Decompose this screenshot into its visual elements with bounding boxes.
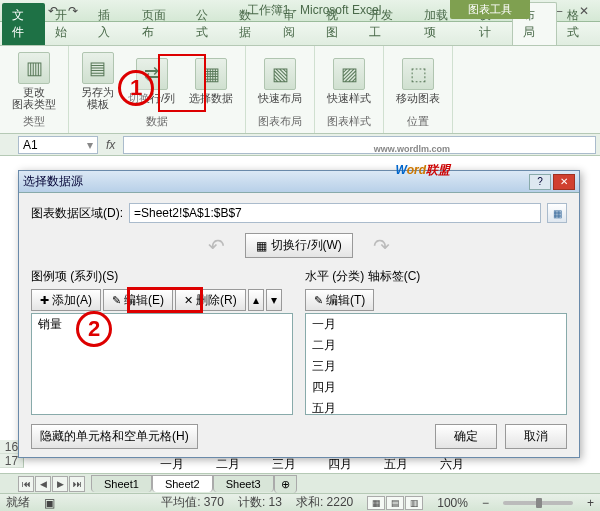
range-value: =Sheet2!$A$1:$B$7: [134, 206, 242, 220]
macro-icon[interactable]: ▣: [44, 496, 55, 510]
move-down-button[interactable]: ▾: [266, 289, 282, 311]
tab-view[interactable]: 视图: [316, 3, 359, 45]
status-count: 计数: 13: [238, 494, 282, 511]
status-average: 平均值: 370: [161, 494, 224, 511]
name-box[interactable]: A1▾: [18, 136, 98, 154]
dialog-title: 选择数据源: [23, 173, 83, 190]
normal-view-icon[interactable]: ▦: [367, 496, 385, 510]
quick-layout-button[interactable]: ▧快速布局: [254, 56, 306, 106]
last-sheet-icon[interactable]: ⏭: [69, 476, 85, 492]
categories-listbox[interactable]: 一月 二月 三月 四月 五月: [305, 313, 567, 415]
list-item[interactable]: 四月: [306, 377, 566, 398]
zoom-in-icon[interactable]: +: [587, 496, 594, 510]
cell[interactable]: 一月: [160, 456, 184, 473]
page-break-view-icon[interactable]: ▥: [405, 496, 423, 510]
tab-developer[interactable]: 开发工: [359, 3, 414, 45]
tab-format[interactable]: 格式: [557, 3, 600, 45]
cell[interactable]: 六月: [440, 456, 464, 473]
new-sheet-icon[interactable]: ⊕: [274, 475, 297, 493]
zoom-thumb[interactable]: [536, 498, 542, 508]
arrow-right-icon: ↷: [373, 234, 390, 258]
ribbon-tabs: 文件 开始 插入 页面布 公式 数据 审阅 视图 开发工 加载项 设计 布局 格…: [0, 22, 600, 46]
cancel-button[interactable]: 取消: [505, 424, 567, 449]
list-item[interactable]: 一月: [306, 314, 566, 335]
tab-file[interactable]: 文件: [2, 3, 45, 45]
add-icon: ✚: [40, 294, 49, 307]
tab-pagelayout[interactable]: 页面布: [132, 3, 187, 45]
list-item[interactable]: 二月: [306, 335, 566, 356]
dialog-close-icon[interactable]: ✕: [553, 174, 575, 190]
prev-sheet-icon[interactable]: ◀: [35, 476, 51, 492]
formula-bar[interactable]: [123, 136, 596, 154]
cell[interactable]: 三月: [272, 456, 296, 473]
group-label-location: 位置: [407, 112, 429, 129]
list-item[interactable]: 销量: [32, 314, 292, 335]
zoom-slider[interactable]: [503, 501, 573, 505]
formula-bar-row: A1▾ fx: [0, 134, 600, 156]
callout-1: 1: [118, 70, 154, 106]
arrow-left-icon: ↶: [208, 234, 225, 258]
move-up-button[interactable]: ▴: [248, 289, 264, 311]
cell[interactable]: 二月: [216, 456, 240, 473]
template-icon: ▤: [82, 52, 114, 84]
switch-row-col-dialog-button[interactable]: ▦切换行/列(W): [245, 233, 353, 258]
edit-axis-button[interactable]: ✎编辑(T): [305, 289, 374, 311]
dialog-titlebar[interactable]: 选择数据源 ? ✕: [19, 171, 579, 193]
chart-type-icon: ▥: [18, 52, 50, 84]
hidden-cells-button[interactable]: 隐藏的单元格和空单元格(H): [31, 424, 198, 449]
ribbon: ▥更改 图表类型 类型 ▤另存为 模板 ⇄切换行/列 ▦选择数据 数据 ▧快速布…: [0, 46, 600, 134]
switch-icon: ▦: [256, 239, 267, 253]
ok-button[interactable]: 确定: [435, 424, 497, 449]
ribbon-group-layout: ▧快速布局 图表布局: [246, 46, 315, 133]
tab-home[interactable]: 开始: [45, 3, 88, 45]
help-icon[interactable]: ?: [529, 174, 551, 190]
tab-review[interactable]: 审阅: [273, 3, 316, 45]
save-template-button[interactable]: ▤另存为 模板: [77, 50, 118, 112]
range-label: 图表数据区域(D):: [31, 205, 123, 222]
zoom-level[interactable]: 100%: [437, 496, 468, 510]
tab-insert[interactable]: 插入: [88, 3, 131, 45]
first-sheet-icon[interactable]: ⏮: [18, 476, 34, 492]
sheet-tab-3[interactable]: Sheet3: [213, 475, 274, 492]
move-chart-button[interactable]: ⬚移动图表: [392, 56, 444, 106]
move-icon: ⬚: [402, 58, 434, 90]
add-series-button[interactable]: ✚添加(A): [31, 289, 101, 311]
callout-2: 2: [76, 311, 112, 347]
group-label-style: 图表样式: [327, 112, 371, 129]
sheet-tab-2[interactable]: Sheet2: [152, 475, 213, 492]
change-chart-type-button[interactable]: ▥更改 图表类型: [8, 50, 60, 112]
highlight-edit-button: [127, 287, 203, 313]
zoom-out-icon[interactable]: −: [482, 496, 489, 510]
legend-series-panel: 图例项 (系列)(S) ✚添加(A) ✎编辑(E) ✕删除(R) ▴ ▾ 销量: [31, 268, 293, 415]
group-label-data: 数据: [146, 112, 168, 129]
group-label-layout: 图表布局: [258, 112, 302, 129]
legend-label: 图例项 (系列)(S): [31, 268, 293, 285]
next-sheet-icon[interactable]: ▶: [52, 476, 68, 492]
list-item[interactable]: 五月: [306, 398, 566, 415]
status-bar: 就绪 ▣ 平均值: 370 计数: 13 求和: 2220 ▦ ▤ ▥ 100%…: [0, 493, 600, 511]
range-picker-icon[interactable]: ▦: [547, 203, 567, 223]
sheet-tab-1[interactable]: Sheet1: [91, 475, 152, 492]
style-icon: ▨: [333, 58, 365, 90]
fx-icon[interactable]: fx: [98, 138, 123, 152]
axis-labels-panel: 水平 (分类) 轴标签(C) ✎编辑(T) 一月 二月 三月 四月 五月: [305, 268, 567, 415]
status-sum: 求和: 2220: [296, 494, 353, 511]
cell[interactable]: 四月: [328, 456, 352, 473]
watermark-url: www.wordlm.com: [374, 144, 450, 154]
series-listbox[interactable]: 销量: [31, 313, 293, 415]
status-ready: 就绪: [6, 494, 30, 511]
group-label-type: 类型: [23, 112, 45, 129]
chart-range-input[interactable]: =Sheet2!$A$1:$B$7: [129, 203, 541, 223]
name-box-value: A1: [23, 138, 38, 152]
tab-formulas[interactable]: 公式: [186, 3, 229, 45]
watermark: www.wordlm.com Word联盟: [396, 150, 450, 181]
ribbon-group-type: ▥更改 图表类型 类型: [0, 46, 69, 133]
page-layout-view-icon[interactable]: ▤: [386, 496, 404, 510]
cell[interactable]: 五月: [384, 456, 408, 473]
edit-icon: ✎: [314, 294, 323, 307]
quick-style-button[interactable]: ▨快速样式: [323, 56, 375, 106]
list-item[interactable]: 三月: [306, 356, 566, 377]
tab-data[interactable]: 数据: [229, 3, 272, 45]
dropdown-icon[interactable]: ▾: [87, 138, 93, 152]
highlight-select-data: [158, 54, 206, 112]
